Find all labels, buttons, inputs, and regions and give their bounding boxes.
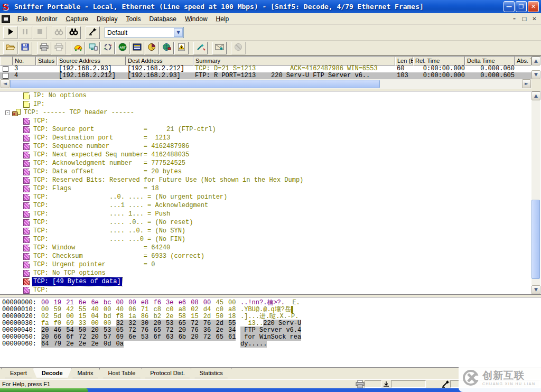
tree-line[interactable]: TCP: Source port = 21 (FTP-ctrl) — [0, 125, 541, 134]
restore-button[interactable]: ❐ — [516, 1, 527, 12]
document-icon[interactable] — [2, 15, 10, 23]
global-statistics-button[interactable] — [160, 42, 174, 54]
column-header-source-address[interactable]: Source Address — [57, 57, 126, 66]
menu-display[interactable]: Display — [92, 14, 122, 24]
tree-line[interactable]: TCP: Next expected Seq number= 416248803… — [0, 151, 541, 159]
dashboard-button[interactable] — [71, 42, 85, 54]
menu-file[interactable]: File — [13, 14, 32, 24]
minimize-button[interactable]: — — [503, 1, 515, 12]
column-header-delta-time[interactable]: Delta Time — [465, 57, 515, 66]
matrix-button[interactable] — [100, 42, 115, 54]
tree-scroll-up[interactable]: ▲ — [531, 91, 540, 100]
title-bar: S Sniffer Portable - Local, Ethernet (Li… — [0, 0, 541, 13]
column-header-rel-time[interactable]: Rel. Time — [413, 57, 465, 66]
child-minimize-button[interactable]: – — [510, 15, 519, 23]
column-header-status[interactable]: Status — [36, 57, 57, 66]
capture-stop-button — [231, 42, 246, 54]
column-header-abs-time[interactable]: Abs. Time — [515, 57, 531, 66]
tree-line-text: TCP: ------ TCP header ------ — [23, 108, 135, 117]
tree-line-text: TCP: — [32, 286, 50, 294]
tree-line[interactable]: TCP: Urgent pointer = 0 — [0, 260, 541, 269]
packet-scroll-left[interactable]: ◄ — [1, 79, 10, 88]
packet-row-4[interactable]: 4[192.168.2.212][192.168.2.93]FTP: R POR… — [0, 72, 531, 79]
child-restore-button[interactable]: □ — [520, 15, 529, 23]
find-frame-button[interactable] — [67, 26, 81, 39]
note-pink-icon — [23, 160, 30, 167]
packet-cell: 0:00:00.000 — [413, 72, 465, 79]
start-capture-button[interactable] — [3, 26, 17, 39]
column-header-no-[interactable]: No. — [13, 57, 36, 66]
column-header-select[interactable] — [0, 57, 13, 66]
tree-line[interactable]: TCP: No TCP options — [0, 269, 541, 277]
tree-line[interactable]: TCP: Sequence number = 4162487986 — [0, 142, 541, 151]
packet-select-checkbox[interactable] — [3, 66, 8, 72]
tree-line[interactable]: TCP: Window = 64240 — [0, 244, 541, 252]
packet-scroll-up[interactable]: ▲ — [531, 57, 540, 66]
menu-database[interactable]: Database — [145, 14, 180, 24]
tree-line[interactable]: TCP: Acknowledgment number = 777524525 — [0, 159, 541, 167]
packet-cell: [192.168.2.212] — [57, 72, 126, 79]
profile-combobox[interactable]: Default▼ — [105, 27, 184, 38]
child-close-button[interactable]: ✕ — [530, 15, 539, 23]
tree-line[interactable]: TCP: .... ...0 = (No FIN) — [0, 235, 541, 244]
alarm-log-button[interactable] — [174, 42, 189, 54]
menu-tools[interactable]: Tools — [122, 14, 145, 24]
print-button[interactable] — [37, 42, 51, 54]
tree-line[interactable]: TCP: — [0, 286, 541, 294]
tree-line[interactable]: -TCP: ------ TCP header ------ — [0, 108, 541, 117]
tab-protocol-dist-[interactable]: Protocol Dist. — [141, 368, 193, 378]
note-pink-icon — [23, 253, 30, 260]
start-button-edge[interactable] — [0, 388, 88, 392]
column-header-len-b[interactable]: Len (B — [395, 57, 413, 66]
collapse-expander[interactable]: - — [5, 110, 10, 115]
tree-line[interactable]: TCP: Checksum = 6933 (correct) — [0, 252, 541, 260]
tab-decode[interactable]: Decode — [33, 368, 72, 378]
menu-window[interactable]: Window — [181, 14, 212, 24]
host-table-button[interactable] — [86, 42, 100, 54]
packet-hscroll-thumb[interactable] — [10, 80, 380, 88]
column-header-summary[interactable]: Summary — [193, 57, 395, 66]
tab-matrix[interactable]: Matrix — [69, 368, 102, 378]
menu-help[interactable]: Help — [212, 14, 234, 24]
tab-host-table[interactable]: Host Table — [99, 368, 145, 378]
tree-line[interactable]: TCP: — [0, 117, 541, 125]
art-monitor-button[interactable]: ART — [115, 42, 129, 54]
define-filter-button[interactable] — [86, 26, 100, 39]
tree-line[interactable]: TCP: Flags = 18 — [0, 184, 541, 193]
tree-line[interactable]: TCP: Destination port = 1213 — [0, 134, 541, 142]
packet-select-checkbox[interactable] — [3, 73, 8, 79]
packet-scroll-down[interactable]: ▼ — [531, 70, 540, 79]
close-button[interactable]: ✕ — [528, 1, 539, 12]
tree-scroll-down[interactable]: ▼ — [531, 285, 540, 294]
chevron-down-icon[interactable]: ▼ — [174, 28, 183, 37]
app-icon: S — [2, 2, 12, 12]
tree-line[interactable]: TCP: .... .0.. = (No reset) — [0, 218, 541, 227]
packet-scroll-right[interactable]: ► — [522, 79, 531, 88]
tree-line[interactable]: TCP: ..0. .... = (No urgent pointer) — [0, 193, 541, 201]
tree-line-text: IP: — [32, 100, 46, 108]
tree-line[interactable]: TCP: Reserved Bits: Reserved for Future … — [0, 176, 541, 184]
column-header-dest-address[interactable]: Dest Address — [126, 57, 193, 66]
tree-line[interactable]: IP: No options — [0, 91, 541, 100]
statistics-button[interactable] — [145, 42, 159, 54]
tree-vscroll-thumb[interactable] — [531, 200, 540, 279]
note-pink-icon — [23, 177, 30, 184]
menu-capture[interactable]: Capture — [61, 14, 92, 24]
tree-line[interactable]: TCP: Data offset = 20 bytes — [0, 167, 541, 176]
tree-line[interactable]: TCP: [49 Bytes of data] — [0, 277, 541, 286]
packet-row-3[interactable]: 3[192.168.2.93][192.168.2.212]TCP: D=21 … — [0, 66, 531, 72]
tree-line[interactable]: IP: — [0, 100, 541, 108]
hex-row[interactable]: 00000060:64 79 2e 2e 2e 0d 0ady..... — [0, 341, 541, 348]
tab-expert[interactable]: Expert — [1, 368, 36, 378]
menu-monitor[interactable]: Monitor — [32, 14, 61, 24]
send-mail-button[interactable] — [212, 42, 227, 54]
tree-line[interactable]: TCP: .... 1... = Push — [0, 210, 541, 218]
save-file-button[interactable] — [18, 42, 32, 54]
open-file-button[interactable] — [3, 42, 17, 54]
protocol-distribution-button[interactable] — [130, 42, 144, 54]
tab-statistics[interactable]: Statistics — [191, 368, 232, 378]
decode-button[interactable] — [193, 42, 208, 54]
tree-line[interactable]: TCP: .... ..0. = (No SYN) — [0, 227, 541, 235]
note-check-icon — [23, 278, 30, 285]
tree-line[interactable]: TCP: ...1 .... = Acknowledgment — [0, 201, 541, 210]
